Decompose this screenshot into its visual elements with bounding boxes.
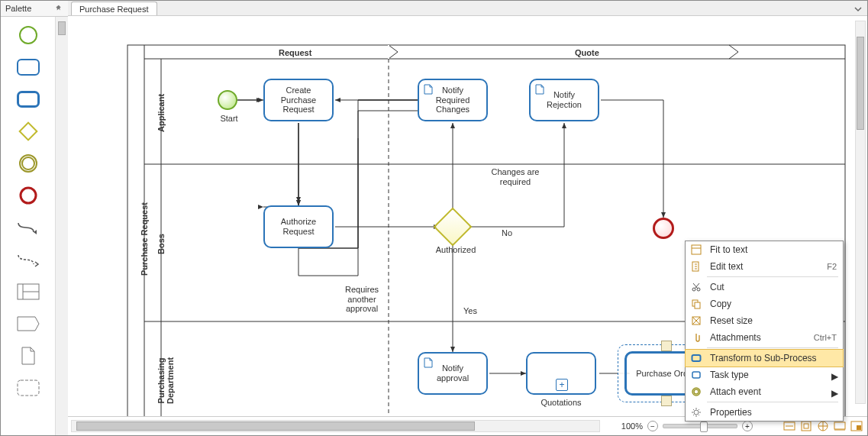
attachev-icon (689, 384, 704, 399)
menu-item-attachments[interactable]: AttachmentsCtrl+T (686, 329, 843, 346)
end-event[interactable] (653, 218, 674, 239)
menu-item-attach-event[interactable]: Attach event▶ (686, 383, 843, 400)
svg-point-51 (694, 389, 699, 394)
svg-rect-36 (834, 422, 845, 429)
task-notify-required-changes[interactable]: Notify Required Changes (418, 79, 488, 121)
canvas-horizontal-scrollbar[interactable] (71, 420, 600, 432)
start-label: Start (218, 114, 240, 124)
task-authorize-request[interactable]: Authorize Request (263, 205, 334, 248)
palette-title: Palette (5, 4, 55, 13)
menu-item-label: Transform to Sub-Process (710, 353, 837, 363)
svg-point-0 (20, 27, 37, 44)
palette-start-event-icon[interactable] (16, 24, 40, 46)
task-create-purchase-request[interactable]: Create Purchase Request (263, 79, 334, 121)
subprocess-quotations[interactable]: + (526, 352, 596, 395)
palette-task-icon[interactable] (16, 57, 40, 78)
start-event[interactable] (218, 90, 237, 110)
tab-purchase-request[interactable]: Purchase Request (71, 2, 157, 15)
task-label: Authorize Request (281, 217, 316, 236)
menu-item-fit-to-text[interactable]: Fit to text (686, 241, 843, 258)
menu-item-label: Edit text (710, 261, 816, 272)
expand-icon[interactable]: + (556, 379, 568, 391)
presentation-icon[interactable] (834, 420, 846, 432)
palette-association-icon[interactable] (16, 249, 40, 270)
resize-handle-bottom[interactable] (661, 396, 672, 406)
svg-rect-3 (19, 123, 37, 140)
menu-item-copy[interactable]: Copy (686, 296, 843, 312)
tasktype-icon (689, 367, 704, 383)
svg-point-52 (694, 410, 699, 415)
edit-icon (689, 259, 704, 274)
lane-applicant-label: Applicant (156, 94, 166, 132)
palette-panel: Palette (1, 1, 69, 435)
palette-header: Palette (1, 1, 68, 17)
palette-sequence-flow-icon[interactable] (16, 217, 40, 238)
svg-rect-49 (692, 372, 700, 378)
task-label: Notify approval (437, 363, 469, 383)
submenu-arrow-icon: ▶ (831, 388, 838, 399)
pool-title: Purchase Request (140, 202, 149, 276)
svg-line-58 (699, 415, 699, 415)
menu-item-label: Properties (710, 407, 837, 418)
script-icon (424, 84, 433, 95)
fit-icon (689, 242, 704, 257)
svg-rect-31 (802, 421, 811, 431)
context-menu: Fit to textEdit textF2CutCopyReset sizeA… (685, 241, 844, 421)
zoom-value: 100% (621, 421, 643, 431)
fit-page-icon[interactable] (800, 420, 812, 432)
palette-intermediate-event-icon[interactable] (16, 153, 40, 174)
gateway-label: Authorized (433, 245, 479, 255)
fit-width-icon[interactable] (783, 420, 795, 432)
tab-dropdown-icon[interactable] (852, 3, 864, 15)
palette-group-icon[interactable] (16, 377, 40, 399)
palette-scrollbar[interactable] (55, 17, 68, 435)
zoom-in-button[interactable]: + (742, 421, 753, 431)
menu-item-label: Fit to text (710, 244, 837, 255)
palette-call-activity-icon[interactable] (16, 89, 40, 110)
phase-quote-label: Quote (575, 48, 599, 57)
palette-gateway-icon[interactable] (16, 121, 40, 142)
svg-rect-48 (692, 355, 701, 361)
svg-rect-46 (695, 302, 700, 308)
menu-item-label: Copy (710, 299, 837, 309)
menu-separator (707, 347, 838, 348)
menu-item-reset-size[interactable]: Reset size (686, 312, 843, 329)
zoom-out-button[interactable]: − (647, 421, 658, 431)
task-notify-rejection[interactable]: Notify Rejection (529, 79, 599, 121)
zoom-slider[interactable] (663, 424, 737, 428)
script-icon (535, 84, 544, 95)
cut-icon (689, 279, 704, 295)
menu-item-transform-to-sub-process[interactable]: Transform to Sub-Process (686, 350, 843, 367)
menu-item-properties[interactable]: Properties (686, 404, 843, 421)
menu-item-label: Task type (710, 370, 837, 380)
svg-rect-40 (692, 245, 701, 254)
palette-milestone-icon[interactable] (16, 313, 40, 334)
canvas-vertical-scrollbar[interactable] (855, 21, 866, 404)
overview-icon[interactable] (850, 420, 863, 432)
task-label: Notify Rejection (547, 90, 582, 109)
resize-handle-top[interactable] (661, 341, 672, 351)
tab-label: Purchase Request (79, 5, 149, 14)
flow-label-yes: Yes (459, 306, 482, 316)
copy-icon (689, 296, 704, 312)
actual-size-icon[interactable] (817, 420, 829, 432)
menu-item-task-type[interactable]: Task type▶ (686, 367, 843, 383)
task-notify-approval[interactable]: Notify approval (418, 352, 488, 395)
palette-shape-list (1, 17, 55, 435)
svg-rect-32 (804, 424, 808, 428)
menu-item-edit-text[interactable]: Edit textF2 (686, 258, 843, 275)
svg-rect-1 (18, 60, 39, 75)
palette-data-object-icon[interactable] (16, 345, 40, 367)
svg-line-59 (693, 415, 694, 415)
svg-line-60 (699, 409, 699, 410)
pin-icon[interactable] (55, 5, 63, 13)
flow-label-no: No (495, 228, 518, 238)
flow-label-changes: Changes are required (485, 167, 546, 186)
palette-pool-icon[interactable] (16, 281, 40, 302)
task-label: Notify Required Changes (436, 86, 470, 115)
menu-item-label: Cut (710, 282, 837, 292)
palette-end-event-icon[interactable] (16, 185, 40, 206)
task-label: Create Purchase Request (281, 86, 316, 115)
menu-item-cut[interactable]: Cut (686, 279, 843, 296)
svg-rect-2 (18, 92, 38, 107)
